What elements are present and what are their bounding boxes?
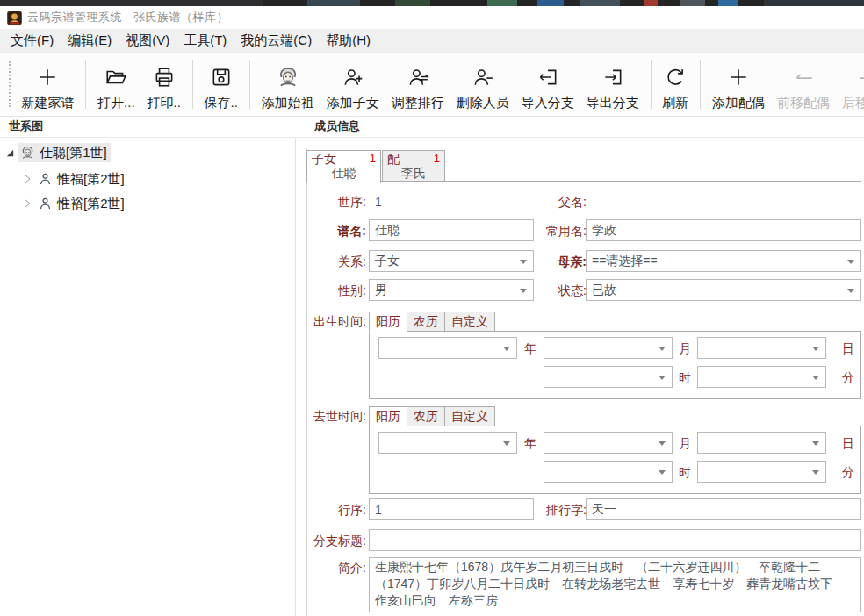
menu-file[interactable]: 文件(F) xyxy=(4,31,61,51)
genealogy-tree-panel: 仕聪[第1世] 惟福[第2世] 惟裕[第2世] xyxy=(0,138,296,616)
minute-unit-label: 分 xyxy=(842,370,854,386)
screen-top-strip xyxy=(0,0,864,6)
menu-cloud[interactable]: 我的云端(C) xyxy=(234,31,319,51)
chevron-down-icon xyxy=(659,376,666,380)
arrow-left-icon xyxy=(792,66,815,89)
add-ancestor-button[interactable]: 添加始祖 xyxy=(257,56,319,112)
branch-title-label: 分支标题: xyxy=(270,534,366,549)
mother-label: 母亲: xyxy=(490,254,587,270)
minute-unit-label: 分 xyxy=(842,465,854,481)
new-genealogy-button[interactable]: 新建家谱 xyxy=(17,56,78,112)
mother-select[interactable]: ==请选择== xyxy=(586,250,861,272)
mother-value: ==请选择== xyxy=(592,254,658,268)
gender-label: 性别: xyxy=(270,283,366,299)
person-minus-icon xyxy=(472,66,494,89)
genealogy-name-label: 谱名: xyxy=(270,224,366,240)
branch-title-input[interactable] xyxy=(369,529,861,551)
chevron-down-icon xyxy=(812,441,819,446)
arrow-right-icon xyxy=(857,66,864,89)
adjust-order-button[interactable]: 调整排行 xyxy=(387,56,449,112)
export-branch-button[interactable]: 导出分支 xyxy=(582,56,644,112)
month-unit-label: 月 xyxy=(679,341,691,357)
common-name-label: 常用名: xyxy=(490,224,587,240)
print-button[interactable]: 打印.. xyxy=(143,56,185,112)
tree-node-label: 仕聪[第1世] xyxy=(40,145,107,161)
death-hour-select[interactable] xyxy=(544,461,673,483)
refresh-button[interactable]: 刷新 xyxy=(658,56,693,112)
move-spouse-forward-button[interactable]: 前移配偶 xyxy=(773,56,834,112)
hour-unit-label: 时 xyxy=(679,465,691,481)
window-title: 云码宗谱管理系统 - 张氏族谱（样库） xyxy=(27,10,228,25)
menu-tools[interactable]: 工具(T) xyxy=(176,31,234,51)
year-unit-label: 年 xyxy=(524,341,536,357)
chevron-down-icon xyxy=(812,376,819,380)
tree-node-weiyu[interactable]: 惟裕[第2世] xyxy=(21,194,128,213)
biography-textarea[interactable]: 生康熙十七年（1678）戊午岁二月初三日戌时 （二十六岁迁四川） 卒乾隆十二（1… xyxy=(369,557,861,612)
import-branch-icon xyxy=(536,66,559,89)
tree-node-shicong[interactable]: 仕聪[第1世] xyxy=(4,143,111,162)
tree-collapsed-icon[interactable] xyxy=(21,173,33,185)
tab-lunar[interactable]: 农历 xyxy=(407,406,445,426)
common-name-input[interactable] xyxy=(586,219,861,241)
relation-value: 子女 xyxy=(375,254,400,268)
gender-value: 男 xyxy=(375,283,387,297)
tab-count-badge: 1 xyxy=(370,152,376,166)
add-child-button[interactable]: 添加子女 xyxy=(322,56,384,112)
move-spouse-backward-button[interactable]: 后移配偶 xyxy=(838,56,864,112)
death-day-select[interactable] xyxy=(697,432,826,454)
tab-custom[interactable]: 自定义 xyxy=(444,406,495,426)
birth-hour-select[interactable] xyxy=(544,366,673,388)
death-date-box: 年 月 日 时 分 xyxy=(369,426,861,494)
tab-count-badge: 1 xyxy=(434,152,440,166)
death-year-select[interactable] xyxy=(378,432,517,454)
death-minute-select[interactable] xyxy=(697,461,826,483)
add-spouse-button[interactable]: 添加配偶 xyxy=(708,56,769,112)
person-icon xyxy=(38,196,53,211)
birth-date-box: 年 月 日 时 分 xyxy=(369,331,861,399)
death-month-select[interactable] xyxy=(544,432,673,454)
open-button[interactable]: 打开... xyxy=(93,56,140,112)
tab-solar[interactable]: 阳历 xyxy=(369,406,407,426)
tab-spouse-lishi[interactable]: 配1 李氏 xyxy=(382,150,445,182)
export-branch-icon xyxy=(601,66,624,89)
ranking-word-input[interactable] xyxy=(586,498,861,520)
day-unit-label: 日 xyxy=(842,436,854,452)
tree-node-weifu[interactable]: 惟福[第2世] xyxy=(21,169,128,189)
birth-calendar-tabs: 阳历 农历 自定义 xyxy=(369,312,494,332)
app-logo-icon xyxy=(7,11,22,25)
month-unit-label: 月 xyxy=(679,436,691,452)
chevron-down-icon xyxy=(503,441,510,446)
import-branch-button[interactable]: 导入分支 xyxy=(517,56,579,112)
death-time-label: 去世时间: xyxy=(270,409,366,425)
tab-lunar[interactable]: 农历 xyxy=(407,312,445,332)
death-calendar-tabs: 阳历 农历 自定义 xyxy=(369,406,494,426)
birth-day-select[interactable] xyxy=(697,337,826,359)
save-button[interactable]: 保存.. xyxy=(200,56,242,112)
birth-year-select[interactable] xyxy=(378,337,517,359)
tab-custom[interactable]: 自定义 xyxy=(444,312,495,332)
tab-type-label: 子女 xyxy=(312,152,336,166)
birth-minute-select[interactable] xyxy=(697,366,826,388)
tab-child-shicong[interactable]: 子女1 仕聪 xyxy=(306,150,381,183)
status-value: 已故 xyxy=(592,283,616,297)
printer-icon xyxy=(153,66,176,89)
status-select[interactable]: 已故 xyxy=(586,279,861,301)
toolbar: 新建家谱 打开... 打印.. 保存.. 添加始祖 xyxy=(0,53,864,117)
menu-view[interactable]: 视图(V) xyxy=(119,31,176,51)
tab-solar[interactable]: 阳历 xyxy=(369,312,407,332)
tree-expanded-icon[interactable] xyxy=(4,147,16,159)
chevron-down-icon xyxy=(659,347,666,351)
chevron-down-icon xyxy=(812,347,819,351)
delete-person-button[interactable]: 删除人员 xyxy=(452,56,514,112)
menu-help[interactable]: 帮助(H) xyxy=(319,31,378,51)
birth-month-select[interactable] xyxy=(544,337,673,359)
menu-bar: 文件(F) 编辑(E) 视图(V) 工具(T) 我的云端(C) 帮助(H) xyxy=(0,29,864,53)
chevron-down-icon xyxy=(847,289,854,293)
chevron-down-icon xyxy=(659,441,666,446)
toolbar-grip[interactable] xyxy=(9,61,11,107)
tree-collapsed-icon[interactable] xyxy=(21,197,33,210)
ranking-word-label: 排行字: xyxy=(490,503,587,519)
sibling-order-label: 行序: xyxy=(270,503,366,519)
menu-edit[interactable]: 编辑(E) xyxy=(61,31,119,51)
person-plus-icon xyxy=(342,66,364,89)
